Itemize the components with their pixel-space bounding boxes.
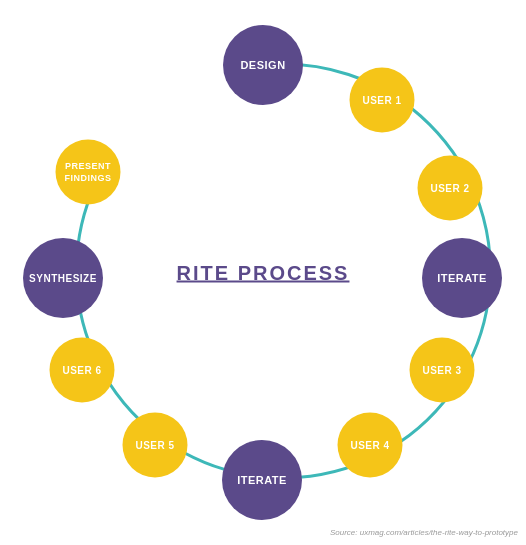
node-user2-label: USER 2 — [430, 183, 469, 194]
node-user3-label: USER 3 — [422, 365, 461, 376]
node-user5: USER 5 — [123, 413, 188, 478]
node-iterate1-label: ITERATE — [437, 272, 487, 284]
diagram-container: RITE PROCESS DESIGN USER 1 USER 2 ITERAT… — [0, 0, 526, 545]
node-user2: USER 2 — [418, 156, 483, 221]
node-present-label: PRESENTFINDINGS — [64, 160, 111, 183]
node-synthesize-label: SYNTHESIZE — [29, 273, 97, 284]
node-user5-label: USER 5 — [135, 440, 174, 451]
node-user6: USER 6 — [50, 338, 115, 403]
node-synthesize: SYNTHESIZE — [23, 238, 103, 318]
node-design: DESIGN — [223, 25, 303, 105]
node-design-label: DESIGN — [240, 59, 285, 71]
node-iterate2: ITERATE — [222, 440, 302, 520]
node-user4-label: USER 4 — [350, 440, 389, 451]
node-iterate1: ITERATE — [422, 238, 502, 318]
node-user6-label: USER 6 — [62, 365, 101, 376]
node-present: PRESENTFINDINGS — [56, 140, 121, 205]
node-user4: USER 4 — [338, 413, 403, 478]
node-user1: USER 1 — [350, 68, 415, 133]
node-user1-label: USER 1 — [362, 95, 401, 106]
node-iterate2-label: ITERATE — [237, 474, 287, 486]
center-label: RITE PROCESS — [177, 261, 350, 284]
node-user3: USER 3 — [410, 338, 475, 403]
rite-process-title: RITE PROCESS — [177, 261, 350, 283]
